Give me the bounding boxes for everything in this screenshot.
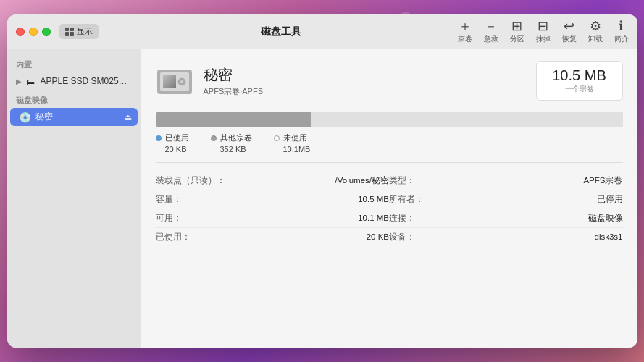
used-key: 已使用： — [156, 232, 221, 243]
close-button[interactable] — [16, 28, 25, 36]
sidebar: 内置 ▶ 🖴 APPLE SSD SM0256L Medi... 磁盘映像 💿 … — [7, 49, 141, 348]
info-row-owner: 所有者： 已停用 — [389, 190, 623, 209]
info-icon: ℹ — [619, 20, 624, 33]
apple-ssd-label: APPLE SSD SM0256L Medi... — [41, 76, 132, 86]
window-title: 磁盘工具 — [261, 25, 301, 38]
sidebar-item-mimi[interactable]: 💿 秘密 ⏏ — [10, 108, 138, 126]
connection-val: 磁盘映像 — [454, 213, 623, 224]
info-col-left: 装载点（只读）： /Volumes/秘密 容量： 10.5 MB 可用： 10.… — [156, 172, 390, 246]
restore-icon: ↩ — [564, 20, 574, 33]
toolbar-remove[interactable]: － 急救 — [484, 20, 498, 44]
capacity-key: 容量： — [156, 194, 221, 205]
legend: 已使用 20 KB 其他宗卷 352 KB — [156, 132, 623, 153]
toolbar-add[interactable]: ＋ 京卷 — [458, 20, 472, 44]
volume-size: 10.5 MB — [551, 67, 608, 84]
sidebar-item-apple-ssd[interactable]: ▶ 🖴 APPLE SSD SM0256L Medi... — [10, 72, 138, 90]
volume-name: 秘密 — [204, 65, 264, 85]
toolbar-restore[interactable]: ↩ 恢复 — [562, 20, 577, 44]
free-text: 未使用 — [283, 132, 307, 143]
info-row-connection: 连接： 磁盘映像 — [389, 209, 623, 228]
usage-bar — [156, 112, 623, 127]
other-value: 352 KB — [211, 145, 252, 153]
volume-size-label: 一个宗卷 — [551, 84, 608, 94]
display-button[interactable]: 显示 — [59, 24, 99, 39]
main-content: 内置 ▶ 🖴 APPLE SSD SM0256L Medi... 磁盘映像 💿 … — [7, 49, 637, 348]
volume-subtitle: APFS宗卷·APFS — [204, 86, 264, 97]
info-row-used: 已使用： 20 KB — [156, 228, 390, 246]
eject-icon[interactable]: ⏏ — [124, 112, 132, 122]
info-row-capacity: 容量： 10.5 MB — [156, 190, 390, 209]
traffic-lights — [16, 28, 51, 36]
mount-icon: ⚙ — [590, 20, 601, 33]
display-label: 显示 — [77, 26, 93, 37]
device-val: disk3s1 — [454, 232, 623, 241]
owner-key: 所有者： — [389, 194, 454, 205]
other-dot — [211, 135, 217, 141]
volume-info: 秘密 APFS宗卷·APFS — [204, 65, 264, 97]
bar-free — [311, 112, 623, 127]
legend-used: 已使用 20 KB — [156, 132, 189, 153]
erase-label: 抹掉 — [536, 34, 551, 44]
used-text: 已使用 — [165, 132, 189, 143]
grid-icon — [65, 28, 74, 36]
app-window: 显示 磁盘工具 ＋ 京卷 － 急救 ⊞ 分区 ⊟ 抹掉 ↩ — [7, 14, 637, 348]
info-col-right: 类型： APFS宗卷 所有者： 已停用 连接： 磁盘映像 设备： disk3s1 — [389, 172, 623, 246]
volume-icon-sidebar: 💿 — [19, 111, 31, 123]
info-row-type: 类型： APFS宗卷 — [389, 172, 623, 190]
svg-rect-3 — [163, 75, 176, 88]
legend-other-label: 其他宗卷 — [211, 132, 252, 143]
erase-icon: ⊟ — [538, 20, 548, 33]
mimi-label: 秘密 — [35, 111, 53, 123]
mountpoint-key: 装载点（只读）： — [156, 175, 225, 186]
usage-bar-area: 已使用 20 KB 其他宗卷 352 KB — [156, 112, 623, 153]
used-value: 20 KB — [156, 145, 189, 153]
chevron-right-icon: ▶ — [16, 77, 22, 85]
restore-label: 恢复 — [562, 34, 577, 44]
volume-disk-icon — [156, 62, 193, 100]
legend-free-label: 未使用 — [274, 132, 311, 143]
toolbar-partition[interactable]: ⊞ 分区 — [510, 20, 524, 44]
available-key: 可用： — [156, 213, 221, 224]
legend-used-label: 已使用 — [156, 132, 189, 143]
toolbar: ＋ 京卷 － 急救 ⊞ 分区 ⊟ 抹掉 ↩ 恢复 ⚙ 卸载 — [458, 20, 629, 44]
toolbar-mount[interactable]: ⚙ 卸载 — [588, 20, 603, 44]
info-label: 简介 — [614, 34, 629, 44]
minimize-button[interactable] — [29, 28, 38, 36]
device-key: 设备： — [389, 232, 454, 243]
title-bar: 显示 磁盘工具 ＋ 京卷 － 急救 ⊞ 分区 ⊟ 抹掉 ↩ — [7, 14, 637, 49]
info-row-device: 设备： disk3s1 — [389, 228, 623, 246]
type-val: APFS宗卷 — [454, 175, 623, 186]
free-value: 10.1MB — [274, 145, 311, 153]
available-val: 10.1 MB — [221, 214, 390, 222]
toolbar-erase[interactable]: ⊟ 抹掉 — [536, 20, 551, 44]
maximize-button[interactable] — [42, 28, 51, 36]
svg-point-5 — [180, 80, 183, 83]
legend-other: 其他宗卷 352 KB — [211, 132, 252, 153]
info-row-available: 可用： 10.1 MB — [156, 209, 390, 228]
mount-label: 卸载 — [588, 34, 603, 44]
capacity-val: 10.5 MB — [221, 195, 390, 203]
volume-header: 秘密 APFS宗卷·APFS 10.5 MB 一个宗卷 — [156, 61, 623, 101]
add-label: 京卷 — [458, 34, 472, 44]
mountpoint-val: /Volumes/秘密 — [225, 175, 390, 186]
remove-icon: － — [485, 20, 498, 33]
bar-other — [156, 112, 311, 127]
free-dot — [274, 135, 280, 141]
used-dot — [156, 135, 162, 141]
info-table: 装载点（只读）： /Volumes/秘密 容量： 10.5 MB 可用： 10.… — [156, 172, 623, 246]
other-text: 其他宗卷 — [220, 132, 252, 143]
toolbar-info[interactable]: ℹ 简介 — [614, 20, 629, 44]
connection-key: 连接： — [389, 213, 454, 224]
remove-label: 急救 — [484, 34, 498, 44]
legend-free: 未使用 10.1MB — [274, 132, 311, 153]
disk-drive-icon: 🖴 — [26, 75, 36, 87]
main-panel: 秘密 APFS宗卷·APFS 10.5 MB 一个宗卷 — [141, 49, 637, 348]
sidebar-section-internal: 内置 — [7, 55, 141, 72]
add-icon: ＋ — [459, 20, 472, 33]
volume-size-box: 10.5 MB 一个宗卷 — [536, 61, 623, 101]
sidebar-section-disk-image: 磁盘映像 — [7, 90, 141, 107]
partition-label: 分区 — [510, 34, 524, 44]
type-key: 类型： — [389, 175, 454, 186]
partition-icon: ⊞ — [511, 20, 522, 33]
title-center: 磁盘工具 — [104, 25, 458, 38]
